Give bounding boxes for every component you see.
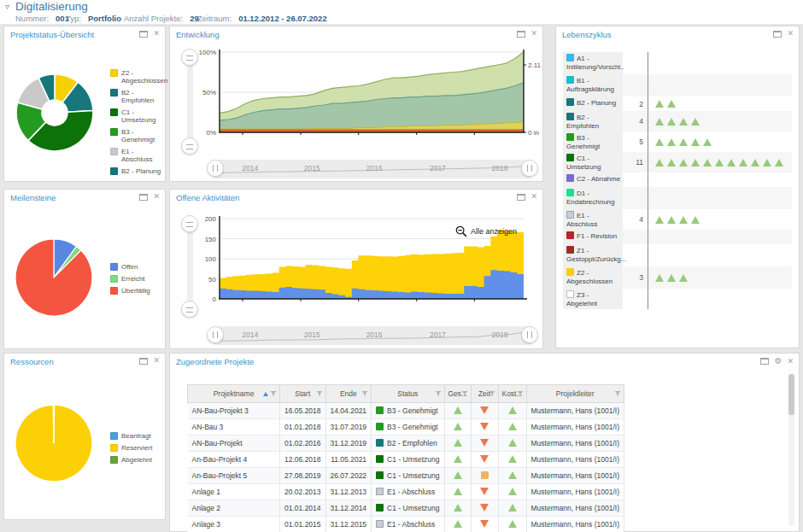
minimize-icon[interactable]: [773, 31, 782, 38]
close-icon[interactable]: ✕: [787, 30, 794, 38]
navigator-handle-right[interactable]: [521, 160, 538, 177]
project-triangle-icon[interactable]: [679, 216, 688, 224]
table-row[interactable]: Anlage 120.02.201331.12.2013E1 - Abschlu…: [188, 484, 624, 500]
lifecycle-row[interactable]: E1 - Abschluss4: [563, 209, 792, 230]
table-row[interactable]: AN-Bau 301.01.201831.07.2019B3 - Genehmi…: [188, 419, 624, 436]
column-header-status[interactable]: Status: [372, 385, 444, 403]
gear-icon[interactable]: ⚙: [774, 357, 782, 365]
table-scrollbar[interactable]: [788, 374, 794, 526]
project-triangle-icon[interactable]: [667, 159, 676, 167]
close-icon[interactable]: ✕: [787, 358, 794, 365]
project-triangle-icon[interactable]: [727, 159, 736, 167]
filter-icon[interactable]: [316, 390, 323, 397]
project-triangle-icon[interactable]: [655, 159, 664, 167]
project-triangle-icon[interactable]: [667, 100, 676, 108]
project-triangle-icon[interactable]: [655, 274, 664, 282]
project-triangle-icon[interactable]: [691, 159, 700, 167]
pie-slice[interactable]: [15, 239, 92, 316]
minimize-icon[interactable]: [760, 358, 769, 365]
minimize-icon[interactable]: [517, 194, 525, 201]
column-header-kost[interactable]: Kost...: [498, 385, 526, 403]
lifecycle-row[interactable]: A1 -Initiierung/Vorschl..: [563, 52, 792, 74]
close-icon[interactable]: ✕: [153, 193, 160, 201]
minimize-icon[interactable]: [139, 194, 148, 201]
project-triangle-icon[interactable]: [775, 159, 783, 167]
project-triangle-icon[interactable]: [739, 159, 747, 167]
project-triangle-icon[interactable]: [679, 118, 688, 126]
table-row[interactable]: Anlage 301.01.201531.12.2015E1 - Abschlu…: [188, 517, 624, 532]
lifecycle-row[interactable]: C2 - Abnahme: [563, 172, 792, 187]
filter-icon[interactable]: [614, 390, 621, 397]
minimize-icon[interactable]: [139, 358, 148, 365]
project-triangle-icon[interactable]: [655, 118, 664, 126]
lifecycle-row[interactable]: B1 -Auftragsklärung: [563, 74, 792, 96]
cell-kost-indicator: [498, 500, 526, 517]
project-triangle-icon[interactable]: [679, 159, 688, 167]
minimize-icon[interactable]: [139, 31, 148, 38]
column-header-zeit[interactable]: Zeit: [471, 385, 498, 403]
project-triangle-icon[interactable]: [655, 100, 664, 108]
close-icon[interactable]: ✕: [530, 30, 537, 38]
column-header-start[interactable]: Start: [280, 385, 326, 403]
table-row[interactable]: AN-Bau-Projekt01.02.201631.12.2019B2 - E…: [188, 436, 624, 452]
project-triangle-icon[interactable]: [691, 216, 700, 224]
trend-up-icon: [508, 504, 517, 512]
cell-status: C1 - Umsetzung: [372, 468, 444, 484]
project-triangle-icon[interactable]: [655, 138, 664, 146]
project-triangle-icon[interactable]: [751, 159, 759, 167]
project-triangle-icon[interactable]: [667, 118, 676, 126]
project-triangle-icon[interactable]: [703, 159, 712, 167]
filter-icon[interactable]: [489, 390, 495, 397]
collapse-icon[interactable]: ▿: [5, 2, 9, 11]
project-triangle-icon[interactable]: [715, 159, 724, 167]
filter-icon[interactable]: [461, 390, 468, 397]
project-triangle-icon[interactable]: [655, 216, 664, 224]
legend-label: B2 - Empfohlen: [121, 89, 165, 104]
project-triangle-icon[interactable]: [691, 118, 700, 126]
lifecycle-row[interactable]: C1 - Umsetzung11: [563, 152, 792, 172]
lifecycle-row[interactable]: Z1 -Gestoppt/Zurückg...: [563, 244, 792, 266]
column-header-projektname[interactable]: Projektname: [188, 385, 280, 403]
navigator-handle-right[interactable]: [521, 326, 538, 343]
project-triangle-icon[interactable]: [679, 138, 688, 146]
column-header-ges[interactable]: Ges...: [444, 385, 471, 403]
project-triangle-icon[interactable]: [703, 138, 712, 146]
column-header-ende[interactable]: Ende: [325, 385, 372, 403]
navigator-handle-left[interactable]: [207, 160, 224, 177]
minimize-icon[interactable]: [517, 31, 525, 38]
lifecycle-row[interactable]: B3 - Genehmigt5: [563, 132, 792, 152]
lifecycle-row[interactable]: B2 - Planung2: [563, 96, 792, 111]
scrollbar-thumb[interactable]: [788, 374, 794, 415]
project-triangle-icon[interactable]: [667, 138, 676, 146]
filter-icon[interactable]: [270, 390, 277, 397]
cell-kost-indicator: [498, 419, 526, 436]
lifecycle-row[interactable]: F1 - Revision: [563, 230, 792, 244]
zoom-out-button[interactable]: Alle anzeigen: [455, 225, 517, 237]
close-icon[interactable]: ✕: [530, 193, 537, 201]
entwicklung-navigator[interactable]: 20142015201620172018: [209, 160, 536, 178]
close-icon[interactable]: ✕: [153, 357, 160, 365]
filter-icon[interactable]: [517, 390, 524, 397]
lifecycle-row[interactable]: Z2 -Abgeschlossen3: [563, 266, 792, 289]
navigator-handle-left[interactable]: [207, 326, 224, 343]
close-icon[interactable]: ✕: [153, 30, 160, 38]
project-triangle-icon[interactable]: [763, 159, 771, 167]
filter-icon[interactable]: [361, 390, 368, 397]
project-triangle-icon[interactable]: [667, 274, 676, 282]
lifecycle-row[interactable]: D1 -Endabrechnung: [563, 187, 792, 209]
project-triangle-icon[interactable]: [691, 138, 700, 146]
table-row[interactable]: An-Bau-Projekt 412.06.201811.05.2021C1 -…: [188, 452, 624, 468]
lifecycle-phase-label: B3 - Genehmigt: [563, 132, 623, 152]
column-header-projektleiter[interactable]: Projektleiter: [526, 385, 624, 403]
table-row[interactable]: Anlage 201.01.201431.12.2014C1 - Umsetzu…: [188, 500, 624, 517]
filter-icon[interactable]: [435, 390, 442, 397]
legend-label: Offen: [121, 263, 138, 271]
lifecycle-row[interactable]: Z3 - Abgelehnt: [563, 289, 792, 309]
lifecycle-row[interactable]: B2 - Empfohlen4: [563, 111, 792, 132]
table-row[interactable]: An-Bau-Projekt 527.08.201926.07.2022C1 -…: [188, 468, 624, 484]
project-triangle-icon[interactable]: [667, 216, 676, 224]
table-row[interactable]: AN-Bau-Projekt 316.05.201814.04.2021B3 -…: [188, 403, 624, 419]
project-triangle-icon[interactable]: [679, 274, 688, 282]
pie-slice[interactable]: [53, 405, 54, 443]
aktivitaeten-navigator[interactable]: 20142015201620172018: [209, 326, 536, 345]
